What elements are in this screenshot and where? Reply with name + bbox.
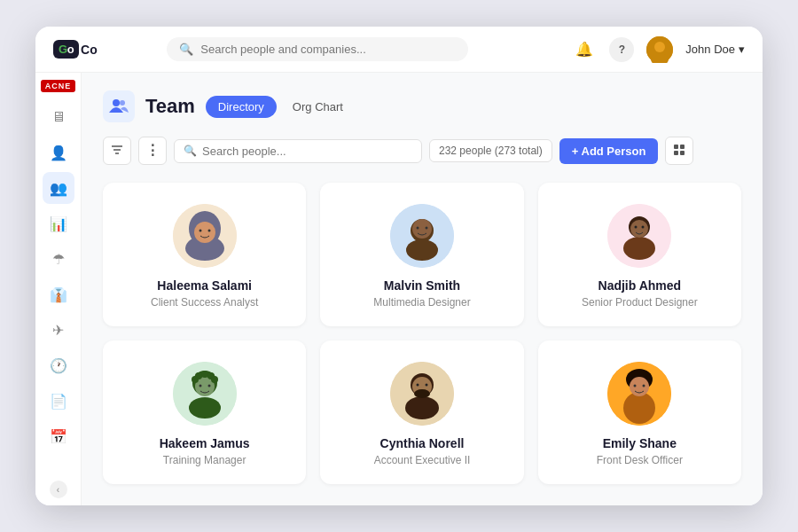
svg-rect-11 bbox=[680, 151, 685, 155]
nav-right: 🔔 ? John Doe ▾ bbox=[572, 36, 745, 63]
global-search-bar[interactable]: 🔍 bbox=[167, 37, 468, 61]
person-card-hakeem[interactable]: Hakeem Jamus Training Manager bbox=[103, 340, 306, 484]
person-icon: 👤 bbox=[50, 145, 67, 161]
avatar-malvin bbox=[390, 204, 454, 268]
svg-point-21 bbox=[412, 219, 432, 239]
logo-go-badge: Go bbox=[53, 40, 79, 59]
top-nav: Go Co 🔍 🔔 ? John Doe ▾ bbox=[35, 27, 763, 73]
sidebar-item-profile[interactable]: 👤 bbox=[43, 137, 74, 168]
person-name: Haleema Salami bbox=[157, 278, 252, 293]
person-name: Malvin Smith bbox=[384, 278, 460, 293]
filter-button[interactable] bbox=[103, 137, 131, 165]
svg-point-17 bbox=[207, 230, 210, 232]
svg-point-4 bbox=[120, 100, 125, 106]
svg-rect-8 bbox=[674, 145, 678, 149]
people-icon: 👥 bbox=[50, 180, 67, 197]
svg-point-49 bbox=[623, 392, 655, 424]
person-card-emily[interactable]: Emily Shane Front Desk Officer bbox=[538, 340, 741, 484]
svg-point-16 bbox=[199, 230, 201, 232]
people-search-bar[interactable]: 🔍 bbox=[174, 139, 422, 163]
notifications-icon[interactable]: 🔔 bbox=[572, 37, 597, 62]
svg-point-52 bbox=[634, 385, 637, 387]
avatar-emily bbox=[607, 362, 671, 426]
logo: Go Co bbox=[53, 40, 98, 59]
person-role: Account Executive II bbox=[374, 454, 471, 466]
sidebar-item-team[interactable]: 👥 bbox=[43, 172, 74, 204]
svg-point-34 bbox=[199, 385, 201, 387]
people-cards-grid: Haleema Salami Client Success Analyst bbox=[103, 183, 741, 484]
svg-point-29 bbox=[642, 226, 645, 229]
sidebar-item-analytics[interactable]: 📊 bbox=[43, 207, 74, 239]
sidebar-item-benefits[interactable]: ☂ bbox=[43, 243, 74, 275]
person-name: Emily Shane bbox=[603, 436, 677, 450]
more-options-button[interactable]: ⋮ bbox=[138, 137, 167, 165]
avatar-cynthia bbox=[390, 362, 454, 426]
add-person-button[interactable]: + Add Person bbox=[559, 138, 659, 164]
svg-point-28 bbox=[635, 226, 638, 229]
monitor-icon: 🖥 bbox=[51, 109, 66, 125]
svg-point-27 bbox=[630, 220, 648, 238]
global-search-input[interactable] bbox=[200, 43, 456, 56]
person-role: Client Success Analyst bbox=[151, 296, 258, 309]
sidebar-item-travel[interactable]: ✈ bbox=[43, 314, 74, 346]
user-name[interactable]: John Doe ▾ bbox=[685, 43, 745, 56]
svg-point-35 bbox=[207, 385, 210, 387]
sidebar-item-time[interactable]: 🕐 bbox=[43, 349, 74, 381]
page-header: Team Directory Org Chart bbox=[103, 90, 741, 122]
svg-point-53 bbox=[643, 385, 645, 387]
svg-point-15 bbox=[194, 222, 215, 243]
avatar-haleema bbox=[173, 204, 237, 268]
svg-point-32 bbox=[189, 397, 221, 419]
avatar[interactable] bbox=[646, 36, 673, 63]
help-icon[interactable]: ? bbox=[609, 37, 634, 62]
clock-icon: 🕐 bbox=[50, 357, 67, 374]
person-role: Training Manager bbox=[163, 454, 246, 466]
svg-point-23 bbox=[425, 227, 427, 230]
svg-rect-9 bbox=[680, 145, 685, 149]
tab-group: Directory Org Chart bbox=[206, 96, 356, 118]
svg-point-40 bbox=[211, 376, 218, 383]
app-window: Go Co 🔍 🔔 ? John Doe ▾ bbox=[35, 27, 763, 505]
person-card-haleema[interactable]: Haleema Salami Client Success Analyst bbox=[103, 183, 306, 326]
person-card-nadjib[interactable]: Nadjib Ahmed Senior Product Designer bbox=[538, 183, 741, 326]
avatar-hakeem bbox=[173, 362, 237, 426]
tab-org-chart[interactable]: Org Chart bbox=[280, 96, 356, 118]
grid-icon bbox=[673, 144, 685, 159]
person-badge-icon: 👔 bbox=[50, 286, 67, 303]
sidebar-item-hr[interactable]: 👔 bbox=[43, 278, 74, 310]
svg-rect-10 bbox=[674, 151, 678, 155]
chevron-down-icon: ▾ bbox=[739, 43, 745, 56]
person-card-cynthia[interactable]: Cynthia Norell Account Executive II bbox=[320, 340, 523, 484]
svg-point-22 bbox=[416, 227, 419, 230]
person-name: Cynthia Norell bbox=[380, 436, 465, 450]
person-card-malvin[interactable]: Malvin Smith Multimedia Designer bbox=[320, 183, 523, 326]
tab-directory[interactable]: Directory bbox=[206, 96, 277, 118]
avatar-nadjib bbox=[607, 204, 671, 268]
sidebar-collapse-button[interactable]: ‹ bbox=[50, 481, 67, 498]
svg-point-38 bbox=[201, 371, 208, 378]
main-content: Team Directory Org Chart bbox=[82, 73, 763, 505]
search-icon: 🔍 bbox=[179, 43, 193, 56]
chart-icon: 📊 bbox=[50, 215, 67, 232]
svg-point-20 bbox=[406, 239, 438, 261]
person-role: Multimedia Designer bbox=[373, 296, 470, 309]
sidebar: ACNE 🖥 👤 👥 📊 ☂ 👔 ✈ 🕐 bbox=[35, 73, 82, 505]
umbrella-icon: ☂ bbox=[52, 251, 65, 268]
sidebar-item-dashboard[interactable]: 🖥 bbox=[43, 101, 74, 133]
svg-point-3 bbox=[113, 99, 120, 106]
svg-point-46 bbox=[416, 384, 419, 387]
svg-point-51 bbox=[630, 377, 649, 396]
svg-point-37 bbox=[195, 372, 202, 379]
sidebar-brand: ACNE bbox=[41, 80, 76, 92]
svg-point-26 bbox=[623, 237, 655, 260]
sidebar-item-docs[interactable]: 📄 bbox=[43, 385, 74, 417]
sidebar-item-calendar[interactable]: 📅 bbox=[43, 420, 74, 452]
people-search-input[interactable] bbox=[202, 145, 412, 158]
main-layout: ACNE 🖥 👤 👥 📊 ☂ 👔 ✈ 🕐 bbox=[35, 73, 763, 505]
person-role: Senior Product Designer bbox=[582, 296, 698, 309]
svg-point-47 bbox=[425, 384, 427, 387]
person-name: Hakeem Jamus bbox=[160, 436, 250, 450]
grid-view-button[interactable] bbox=[665, 137, 693, 165]
toolbar: ⋮ 🔍 232 people (273 total) + Add Person bbox=[103, 137, 741, 165]
airplane-icon: ✈ bbox=[52, 322, 64, 339]
